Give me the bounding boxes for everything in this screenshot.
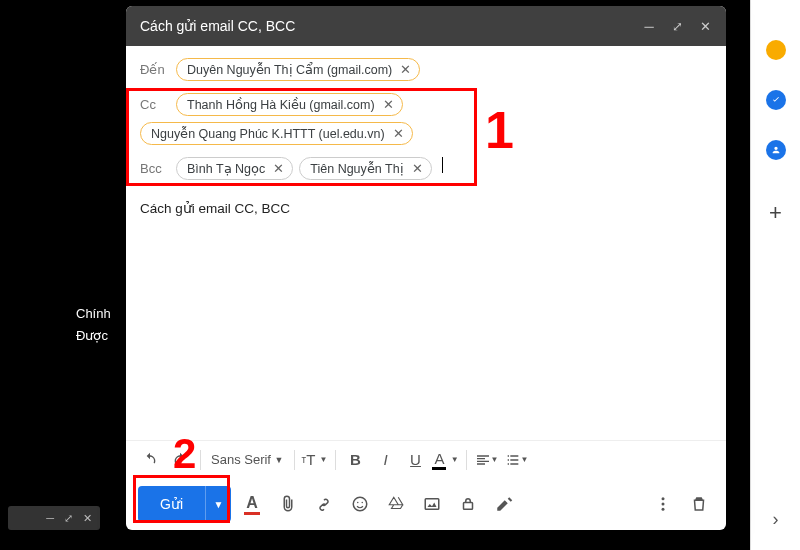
- cc-chip[interactable]: Nguyễn Quang Phúc K.HTTT (uel.edu.vn) ✕: [140, 122, 413, 145]
- expand-icon[interactable]: ⤢: [64, 512, 73, 525]
- svg-point-5: [662, 497, 665, 500]
- discard-draft-button[interactable]: [684, 489, 714, 519]
- keep-icon[interactable]: [766, 40, 786, 60]
- send-button-group: Gửi ▼: [138, 486, 231, 522]
- send-button[interactable]: Gửi: [138, 486, 205, 522]
- fullscreen-button[interactable]: ⤢: [670, 19, 684, 34]
- insert-emoji-button[interactable]: [345, 489, 375, 519]
- align-button[interactable]: ▼: [473, 446, 501, 474]
- to-label: Đến: [140, 58, 170, 77]
- svg-rect-3: [425, 499, 439, 510]
- svg-point-7: [662, 508, 665, 511]
- undo-button[interactable]: [136, 446, 164, 474]
- cc-chip[interactable]: Thanh Hồng Hà Kiều (gmail.com) ✕: [176, 93, 403, 116]
- insert-photo-button[interactable]: [417, 489, 447, 519]
- insert-link-button[interactable]: [309, 489, 339, 519]
- text-cursor: [442, 157, 443, 173]
- compose-header[interactable]: Cách gửi email CC, BCC ─ ⤢ ✕: [126, 6, 726, 46]
- cc-label: Cc: [140, 93, 170, 112]
- svg-rect-4: [464, 503, 473, 510]
- text-format-toggle[interactable]: A: [237, 489, 267, 519]
- text-color-button[interactable]: A ▼: [432, 446, 460, 474]
- remove-chip-icon[interactable]: ✕: [410, 161, 425, 176]
- remove-chip-icon[interactable]: ✕: [271, 161, 286, 176]
- chip-text: Thanh Hồng Hà Kiều (gmail.com): [187, 97, 375, 112]
- recipient-fields: Đến Duyên Nguyễn Thị Cẩm (gmail.com) ✕ C…: [126, 46, 726, 186]
- minimize-button[interactable]: ─: [642, 19, 656, 34]
- add-addon-button[interactable]: +: [769, 200, 782, 226]
- inbox-tab-promotions: Được: [76, 325, 111, 347]
- minimize-icon[interactable]: ─: [46, 512, 54, 524]
- bcc-chip[interactable]: Tiên Nguyễn Thị ✕: [299, 157, 431, 180]
- chip-text: Bình Tạ Ngọc: [187, 161, 265, 176]
- inbox-tab-primary: Chính: [76, 303, 111, 325]
- compose-window: Cách gửi email CC, BCC ─ ⤢ ✕ Đến Duyên N…: [126, 6, 726, 530]
- to-chip[interactable]: Duyên Nguyễn Thị Cẩm (gmail.com) ✕: [176, 58, 420, 81]
- svg-point-6: [662, 503, 665, 506]
- more-options-button[interactable]: [648, 489, 678, 519]
- chip-text: Nguyễn Quang Phúc K.HTTT (uel.edu.vn): [151, 126, 385, 141]
- remove-chip-icon[interactable]: ✕: [381, 97, 396, 112]
- subject-field[interactable]: Cách gửi email CC, BCC: [126, 186, 726, 216]
- backdrop-labels: Chính Được: [76, 303, 111, 347]
- compose-bottom-bar: Gửi ▼ A: [126, 478, 726, 530]
- svg-point-0: [353, 497, 367, 511]
- compose-title: Cách gửi email CC, BCC: [140, 18, 295, 34]
- font-family-select[interactable]: Sans Serif ▼: [207, 446, 288, 474]
- collapse-sidepanel-icon[interactable]: ›: [773, 509, 779, 530]
- svg-point-2: [362, 502, 364, 504]
- insert-drive-button[interactable]: [381, 489, 411, 519]
- attach-file-button[interactable]: [273, 489, 303, 519]
- font-size-button[interactable]: тT ▼: [301, 446, 329, 474]
- bcc-label: Bcc: [140, 157, 170, 176]
- underline-button[interactable]: U: [402, 446, 430, 474]
- remove-chip-icon[interactable]: ✕: [391, 126, 406, 141]
- cc-row[interactable]: Cc Thanh Hồng Hà Kiều (gmail.com) ✕ Nguy…: [140, 87, 712, 151]
- message-body[interactable]: [126, 216, 726, 440]
- bcc-chip[interactable]: Bình Tạ Ngọc ✕: [176, 157, 293, 180]
- minimized-window-bar[interactable]: ─ ⤢ ✕: [8, 506, 100, 530]
- remove-chip-icon[interactable]: ✕: [398, 62, 413, 77]
- tasks-icon[interactable]: [766, 90, 786, 110]
- confidential-mode-button[interactable]: [453, 489, 483, 519]
- redo-button[interactable]: [166, 446, 194, 474]
- contacts-icon[interactable]: [766, 140, 786, 160]
- close-icon[interactable]: ✕: [83, 512, 92, 525]
- svg-point-1: [357, 502, 359, 504]
- chip-text: Tiên Nguyễn Thị: [310, 161, 403, 176]
- right-side-panel: + ›: [750, 0, 800, 550]
- italic-button[interactable]: I: [372, 446, 400, 474]
- to-row[interactable]: Đến Duyên Nguyễn Thị Cẩm (gmail.com) ✕: [140, 52, 712, 87]
- insert-signature-button[interactable]: [489, 489, 519, 519]
- chip-text: Duyên Nguyễn Thị Cẩm (gmail.com): [187, 62, 392, 77]
- send-options-button[interactable]: ▼: [205, 486, 231, 522]
- list-button[interactable]: ▼: [503, 446, 531, 474]
- format-toolbar: Sans Serif ▼ тT ▼ B I U A ▼ ▼ ▼: [126, 440, 726, 478]
- bcc-row[interactable]: Bcc Bình Tạ Ngọc ✕ Tiên Nguyễn Thị ✕: [140, 151, 712, 186]
- close-button[interactable]: ✕: [698, 19, 712, 34]
- bold-button[interactable]: B: [342, 446, 370, 474]
